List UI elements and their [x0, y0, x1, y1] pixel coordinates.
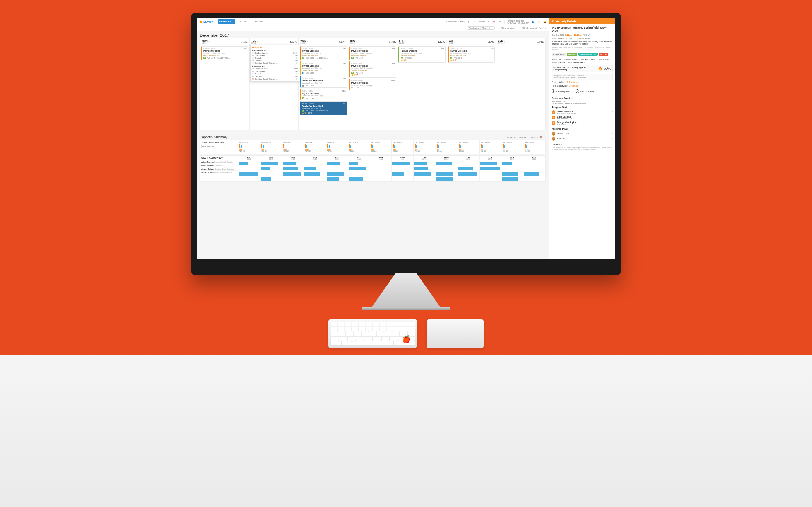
- day-util: 65%: [438, 40, 445, 44]
- activity-card[interactable]: 8:00am - 5:00pm0/4Paynes Crossingvia net…: [349, 46, 397, 60]
- popover-section: Allocated Roles: [252, 49, 299, 51]
- activity-card[interactable]: 8:00am - 5:00pm0/4Paynes Crossingvia net…: [448, 46, 495, 63]
- activity-card[interactable]: 8:00am - 5:00pm0/4Travis Ave Beresfieldv…: [300, 76, 347, 88]
- assigned-staff-item[interactable]: GGeorge WashingtonABN: 168 317›: [552, 120, 613, 126]
- filter-bar: Gavin Ampt, Shaun K… Filter by status Fi…: [197, 25, 549, 31]
- tab-plant[interactable]: PLANT: [253, 19, 265, 24]
- activity-fineprint: Pre-Req SAP Travel Permits include TR2, …: [552, 46, 613, 50]
- activity-card[interactable]: 8:00am - 5:00pm0/4Paynes Crossingvia net…: [300, 61, 347, 75]
- alloc-staff-name: Adam Proctor Electrical Supply Operative: [201, 160, 237, 164]
- activity-card-selected[interactable]: 8:00am - 5:00pm0/4Travis Ave Beresfieldv…: [300, 101, 347, 115]
- activity-card[interactable]: 8:00am - 5:00pm0/4Paynes Crossingvia net…: [349, 61, 397, 78]
- alloc-day-head: SAT30/12: [502, 156, 523, 161]
- activity-card[interactable]: 8:00am - 5:00pm0/4Paynes Crossingvia net…: [300, 89, 347, 101]
- capacity-cell: Net Capacity880 hrs250 hrs: [457, 140, 479, 154]
- day-name: WED: [300, 39, 306, 42]
- day-date: 18/12: [202, 42, 208, 44]
- week-schedule: MON18/12☀65% 8:00am - 5:00pm0/4 Paynes C…: [197, 38, 549, 133]
- weather-icon: ☀: [503, 40, 506, 43]
- today-button[interactable]: Today: [478, 20, 485, 23]
- fire-icon: 🔥: [598, 66, 603, 71]
- assigned-plant-item[interactable]: 🚜Bob Cat›: [552, 136, 613, 141]
- weather-icon: ☀: [453, 40, 456, 43]
- capacity-title: Capactity Summary: [200, 135, 227, 139]
- site-notes: Note that there is a rather large depres…: [552, 147, 613, 151]
- alloc-day-head: MON25/12: [392, 156, 414, 161]
- alloc-row: [238, 176, 545, 181]
- staff-allocation: STAFF ALLOCATION Adam Proctor Electrical…: [200, 155, 546, 181]
- capacity-strip: Net Capacity880 hrs250 hrsNet Capacity88…: [238, 140, 546, 154]
- grid-icon[interactable]: ▦: [467, 20, 470, 23]
- day-col-thu: THU21/12☀65% 8:00am - 5:00pm0/4Paynes Cr…: [348, 38, 398, 130]
- weather-icon: ☀: [306, 40, 309, 43]
- day-col-sun: SUN24/12☀65%: [496, 38, 546, 130]
- weather-icon: ☀: [256, 40, 259, 43]
- bell-icon[interactable]: 🔔: [543, 20, 546, 23]
- people-icon[interactable]: 👥: [531, 20, 535, 23]
- day-util: 65%: [241, 40, 248, 44]
- capacity-cell: Net Capacity880 hrs250 hrs: [348, 140, 370, 154]
- staff-counts: 3Staff Required 3Staff Allocated: [552, 89, 613, 95]
- capacity-cell: Net Capacity880 hrs250 hrs: [392, 140, 414, 154]
- capacity-cell: Net Capacity880 hrs250 hrs: [436, 140, 457, 154]
- day-name: SUN: [498, 39, 503, 42]
- assigned-plant-item[interactable]: 🚜Dump Truck›: [552, 131, 613, 136]
- copy-icon[interactable]: 📋: [537, 20, 541, 23]
- close-icon[interactable]: ✕: [552, 20, 554, 23]
- prev-icon[interactable]: ‹: [473, 20, 476, 23]
- day-date: 24/12: [498, 42, 503, 44]
- day-date: 22/12: [399, 42, 404, 44]
- chip-approved[interactable]: Approved: [567, 53, 577, 56]
- popover-title: Utilisation: [252, 46, 299, 49]
- refresh-icon[interactable]: ⟳: [499, 20, 502, 23]
- weather-icon: ☀: [355, 40, 357, 43]
- cap-view-toggle[interactable]: Expanded/Concise ▦: [507, 136, 526, 138]
- day-name: THU: [350, 39, 355, 42]
- cap-today[interactable]: Today: [530, 136, 536, 138]
- day-col-wed: WED20/12☀65% 8:00am - 5:00pm0/4Paynes Cr…: [299, 38, 348, 130]
- people-filter[interactable]: Gavin Ampt, Shaun K…: [467, 26, 495, 30]
- activity-card[interactable]: 8:00am - 5:00pm0/4Paynes Crossingvia net…: [300, 46, 347, 60]
- alloc-heading: STAFF ALLOCATION: [201, 157, 237, 159]
- site-notes-heading: Site Notes: [552, 143, 613, 146]
- day-date: 23/12: [449, 42, 453, 44]
- assigned-staff-item[interactable]: GGillian AndersonABN: 168 317 Line Worke…: [552, 110, 613, 115]
- activity-details-panel: ✕ Activity Details 742 Evergreen Terrace…: [549, 18, 615, 259]
- day-name: MON: [202, 39, 208, 42]
- tab-staff[interactable]: STAFF: [239, 19, 250, 24]
- chip-notes[interactable]: Activity Notes: [552, 53, 566, 56]
- capacity-cell: Net Capacity880 hrs250 hrs: [370, 140, 392, 154]
- resources-heading: Resources Required:: [552, 97, 613, 99]
- assigned-plant-heading: Assigned Plant: [552, 128, 613, 130]
- status-filter[interactable]: Filter by status: [501, 27, 516, 29]
- cap-calendar-icon[interactable]: 📅: [540, 136, 542, 138]
- officer-filter[interactable]: Filter by project officer(s): [522, 27, 546, 29]
- day-name: TUE: [251, 39, 256, 42]
- capacity-filter-input[interactable]: [201, 145, 236, 148]
- day-col-mon: MON18/12☀65% 8:00am - 5:00pm0/4 Paynes C…: [200, 38, 250, 130]
- cap-refresh-icon[interactable]: ⟳: [544, 136, 546, 138]
- weather-icon: ☀: [404, 40, 406, 43]
- chip-checklist[interactable]: Transition Checklist: [578, 53, 597, 56]
- activity-card[interactable]: 8:00am - 5:00pm0/4 Paynes Crossing via n…: [201, 46, 248, 60]
- popover-section: Assigned Staff: [252, 65, 299, 67]
- tag-box: Springfield Level Connection - Sectional…: [552, 73, 613, 80]
- assigned-staff-item[interactable]: BBilbo BagginsABN: 168 317 Line Worker›: [552, 115, 613, 120]
- tab-schedule[interactable]: SCHEDULE: [217, 19, 235, 24]
- chip-decoded[interactable]: Decoded: [599, 53, 608, 56]
- calendar-icon[interactable]: 📅: [493, 20, 496, 23]
- cap-next[interactable]: ›: [537, 136, 538, 138]
- activity-address: 742 Evergreen Terrace, Springfield, NSW …: [552, 26, 613, 33]
- activity-card[interactable]: 8:00am - 5:00pm0/4Paynes Crossingvia net…: [349, 78, 397, 90]
- next-icon[interactable]: ›: [487, 20, 490, 23]
- status-chips: Activity Notes Approved Transition Check…: [552, 53, 613, 56]
- alloc-staff-name: Jimmy Cricket Electrical Supply Operativ…: [201, 167, 237, 171]
- alloc-day-head: TUE19/12: [260, 156, 282, 161]
- cap-prev[interactable]: ‹: [528, 136, 528, 138]
- alloc-day-head: TUE26/12: [414, 156, 436, 161]
- day-name: FRI: [399, 39, 404, 42]
- alloc-day-head: FRI22/12: [326, 156, 348, 161]
- day-date: 20/12: [300, 42, 306, 44]
- view-toggle[interactable]: Expanded/Concise: [446, 20, 465, 23]
- activity-card[interactable]: 8:00am - 5:00pm0/4Paynes Crossingvia net…: [398, 46, 446, 63]
